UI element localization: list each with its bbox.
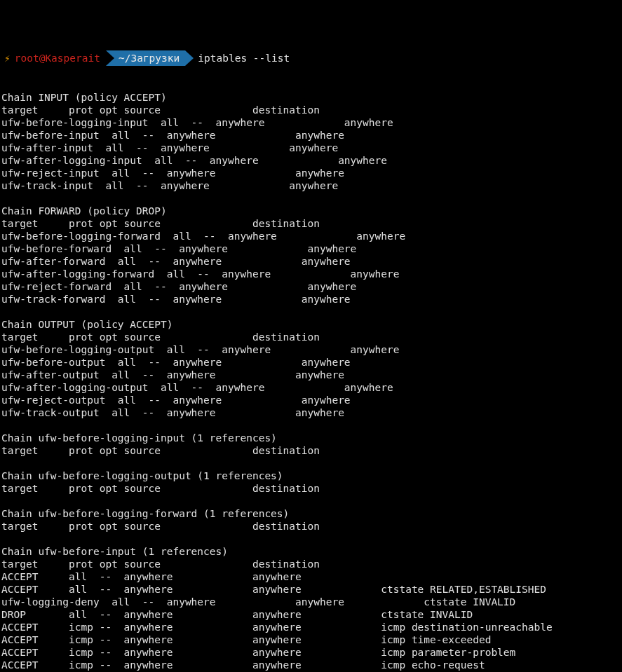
output-line bbox=[1, 495, 621, 507]
output-line: ufw-after-logging-forward all -- anywher… bbox=[1, 268, 621, 280]
output-line: Chain FORWARD (policy DROP) bbox=[1, 205, 621, 217]
output-line: target prot opt source destination bbox=[1, 558, 621, 570]
output-line: ACCEPT icmp -- anywhere anywhere icmp de… bbox=[1, 621, 621, 633]
output-line: Chain INPUT (policy ACCEPT) bbox=[1, 91, 621, 104]
output-line: ufw-track-output all -- anywhere anywher… bbox=[1, 406, 621, 419]
output-line bbox=[1, 457, 621, 469]
output-line: ACCEPT icmp -- anywhere anywhere icmp pa… bbox=[1, 646, 621, 659]
arrow-icon bbox=[185, 50, 194, 66]
output-line bbox=[1, 419, 621, 432]
output-line: ufw-reject-input all -- anywhere anywher… bbox=[1, 167, 621, 179]
output-line: ufw-before-logging-input all -- anywhere… bbox=[1, 116, 621, 129]
output-line: ufw-reject-output all -- anywhere anywhe… bbox=[1, 394, 621, 406]
prompt-path-segment: ~/Загрузки bbox=[106, 50, 185, 66]
output-line: target prot opt source destination bbox=[1, 217, 621, 230]
output-line: ufw-after-logging-output all -- anywhere… bbox=[1, 381, 621, 394]
output-line: ufw-track-forward all -- anywhere anywhe… bbox=[1, 293, 621, 306]
output-line: ufw-before-logging-forward all -- anywhe… bbox=[1, 230, 621, 242]
output-line: ufw-after-forward all -- anywhere anywhe… bbox=[1, 255, 621, 268]
output-line: Chain ufw-before-logging-output (1 refer… bbox=[1, 469, 621, 482]
output-line: target prot opt source destination bbox=[1, 520, 621, 533]
output-line: ufw-track-input all -- anywhere anywhere bbox=[1, 179, 621, 192]
output-line: Chain ufw-before-input (1 references) bbox=[1, 545, 621, 558]
output-line: Chain ufw-before-logging-forward (1 refe… bbox=[1, 507, 621, 520]
output-line: Chain ufw-before-logging-input (1 refere… bbox=[1, 432, 621, 444]
output-line: ufw-after-output all -- anywhere anywher… bbox=[1, 369, 621, 381]
output-line: target prot opt source destination bbox=[1, 444, 621, 457]
output-line: ACCEPT all -- anywhere anywhere ctstate … bbox=[1, 583, 621, 596]
output-line: ufw-before-output all -- anywhere anywhe… bbox=[1, 356, 621, 369]
output-line: target prot opt source destination bbox=[1, 482, 621, 495]
output-line: ACCEPT icmp -- anywhere anywhere icmp ec… bbox=[1, 659, 621, 671]
output-line bbox=[1, 306, 621, 318]
output-line: ACCEPT all -- anywhere anywhere bbox=[1, 570, 621, 583]
prompt-line[interactable]: ⚡ root@Kasperait ~/Загрузки iptables --l… bbox=[0, 50, 622, 66]
prompt-at: @ bbox=[39, 52, 46, 64]
output-line: ufw-before-logging-output all -- anywher… bbox=[1, 343, 621, 356]
bolt-icon: ⚡ bbox=[4, 52, 11, 64]
terminal-output: Chain INPUT (policy ACCEPT)target prot o… bbox=[0, 91, 622, 672]
output-line: ufw-before-input all -- anywhere anywher… bbox=[1, 129, 621, 142]
prompt-user-segment: ⚡ root@Kasperait bbox=[0, 50, 106, 66]
prompt-user: root bbox=[15, 52, 39, 64]
arrow-icon bbox=[106, 50, 114, 66]
output-line bbox=[1, 192, 621, 205]
output-line: Chain OUTPUT (policy ACCEPT) bbox=[1, 318, 621, 331]
prompt-path: ~/Загрузки bbox=[119, 52, 180, 64]
output-line: ufw-logging-deny all -- anywhere anywher… bbox=[1, 596, 621, 608]
output-line: ACCEPT icmp -- anywhere anywhere icmp ti… bbox=[1, 633, 621, 646]
output-line: DROP all -- anywhere anywhere ctstate IN… bbox=[1, 608, 621, 621]
output-line: ufw-reject-forward all -- anywhere anywh… bbox=[1, 280, 621, 293]
prompt-host: Kasperait bbox=[45, 52, 100, 64]
output-line: target prot opt source destination bbox=[1, 331, 621, 343]
output-line: target prot opt source destination bbox=[1, 104, 621, 116]
output-line bbox=[1, 533, 621, 545]
output-line: ufw-after-input all -- anywhere anywhere bbox=[1, 142, 621, 154]
output-line: ufw-after-logging-input all -- anywhere … bbox=[1, 154, 621, 167]
output-line: ufw-before-forward all -- anywhere anywh… bbox=[1, 242, 621, 255]
command-text[interactable]: iptables --list bbox=[194, 52, 290, 64]
